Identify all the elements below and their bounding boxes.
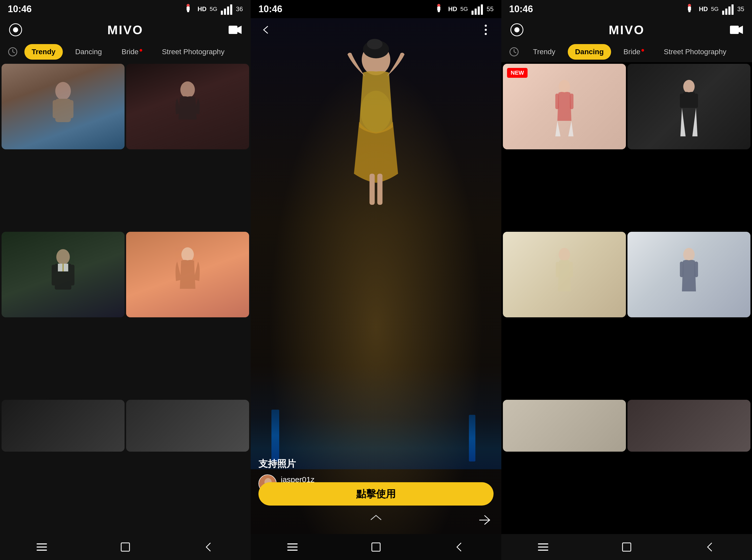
grid-item-dance3[interactable] [503,232,626,317]
back-button[interactable] [258,22,274,38]
more-options-button[interactable] [478,22,494,38]
tab-bride-right[interactable]: Bride [616,44,651,60]
back-icon-left[interactable] [200,538,218,556]
svg-rect-73 [538,543,548,544]
grid-item-partial2[interactable] [126,400,249,452]
svg-rect-75 [538,549,548,551]
clock-tab-right[interactable] [507,45,521,58]
back-icon-right[interactable] [701,538,719,556]
bottom-nav-left [0,534,251,560]
svg-rect-50 [688,6,691,11]
svg-point-17 [56,249,70,265]
photo-grid-left [0,62,251,534]
grid-item-partial1[interactable] [2,400,124,452]
clock-tab-left[interactable] [6,45,19,58]
svg-point-12 [55,82,71,100]
back-icon-middle[interactable] [450,538,469,556]
left-panel: 10:46 HD 5G 36 MIVO [0,0,251,560]
grid-item-dance2[interactable] [628,64,750,149]
svg-rect-68 [556,262,559,277]
svg-rect-53 [725,8,727,15]
svg-rect-51 [689,10,691,12]
more-dot-3 [485,33,487,35]
use-button[interactable]: 點擊使用 [258,482,494,505]
svg-rect-33 [478,6,480,15]
svg-rect-48 [372,543,380,551]
grid-item-dance1[interactable]: NEW [503,64,626,149]
photo-grid-right: NEW [501,62,752,534]
svg-line-11 [13,52,15,53]
bottom-nav-right [501,534,752,560]
svg-point-61 [559,80,570,93]
menu-icon-right[interactable] [534,538,552,556]
svg-rect-63 [570,94,574,109]
category-tabs-left: Trendy Dancing Bride Street Photography [0,41,251,62]
more-dot-1 [485,25,487,27]
grid-item-woman2[interactable] [126,232,249,317]
tab-dancing-right[interactable]: Dancing [568,44,611,60]
svg-rect-7 [229,26,237,34]
svg-rect-31 [471,11,474,15]
record-icon-right[interactable] [509,22,525,38]
grid-item-man1[interactable] [2,64,124,149]
top-nav-right: MIVO [501,18,752,41]
svg-rect-74 [538,546,548,547]
grid-item-man2[interactable] [2,232,124,317]
svg-rect-38 [369,174,375,205]
svg-rect-62 [555,94,559,109]
svg-rect-15 [68,100,73,118]
svg-rect-55 [732,4,734,15]
tab-street-right[interactable]: Street Photography [656,44,734,60]
status-bar-right: 10:46 HD 5G 35 [501,0,752,18]
svg-rect-14 [53,100,58,118]
status-time-right: 10:46 [509,4,533,15]
tab-trendy-left[interactable]: Trendy [24,44,63,60]
tab-bride-left[interactable]: Bride [114,44,150,60]
city-reflection [251,365,501,469]
grid-item-rpartial1[interactable] [503,400,626,452]
tab-trendy-right[interactable]: Trendy [526,44,563,60]
svg-rect-71 [680,262,683,277]
svg-rect-27 [121,543,130,551]
right-panel: 10:46 HD 5G 35 MIVO [501,0,752,560]
share-button[interactable] [475,511,494,529]
record-icon-left[interactable] [8,22,23,38]
video-icon-right[interactable] [729,22,744,38]
svg-rect-32 [475,8,477,15]
hd-badge: HD [197,5,207,13]
mivo-logo-right: MIVO [609,23,645,37]
video-content: 支持照片 jasper01z 1 [251,18,501,534]
bride-dot-right [641,49,644,52]
scroll-up-indicator[interactable] [368,513,384,521]
tab-dancing-left[interactable]: Dancing [68,44,109,60]
svg-marker-57 [739,26,743,34]
svg-rect-54 [728,6,731,15]
new-badge: NEW [507,68,527,78]
svg-line-60 [514,52,516,53]
svg-rect-66 [694,94,698,108]
dancer-figure [324,39,428,246]
menu-icon-middle[interactable] [283,538,302,556]
bride-dot-left [140,49,142,52]
svg-rect-34 [481,4,483,15]
tab-street-left[interactable]: Street Photography [155,44,232,60]
svg-rect-24 [37,543,47,544]
svg-rect-72 [694,262,698,277]
bottom-nav-middle [251,534,501,560]
mivo-logo-left: MIVO [108,23,143,37]
menu-icon-left[interactable] [33,538,51,556]
svg-rect-3 [221,11,223,15]
home-icon-right[interactable] [618,538,636,556]
home-icon-middle[interactable] [367,538,385,556]
notification-icon-right [683,3,696,15]
grid-item-dance4[interactable] [628,232,750,317]
tower-light-1 [271,409,279,461]
grid-item-woman1[interactable] [126,64,249,149]
svg-rect-45 [287,543,297,544]
status-icons-right: HD 5G 35 [683,3,744,15]
svg-rect-2 [187,10,189,12]
video-icon-left[interactable] [227,22,243,38]
grid-item-rpartial2[interactable] [628,400,750,452]
home-icon-left[interactable] [116,538,134,556]
battery-right: 35 [737,5,744,13]
